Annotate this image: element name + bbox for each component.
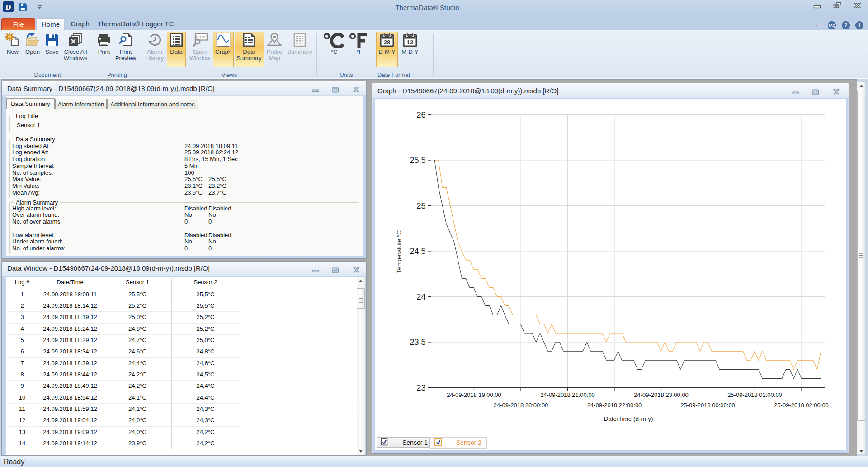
svg-text:FAQ: FAQ: [829, 24, 835, 28]
svg-text:25-09-2018 02:00:00: 25-09-2018 02:00:00: [774, 402, 829, 409]
svg-text:24-09-2018 23:00:00: 24-09-2018 23:00:00: [634, 391, 689, 398]
svg-text:23,5: 23,5: [410, 338, 425, 347]
svg-text:0.1°C: 0.1°C: [196, 35, 207, 39]
svg-text:28: 28: [384, 39, 390, 46]
svg-text:25,5: 25,5: [410, 156, 425, 165]
svg-text:25-09-2018 00:00:00: 25-09-2018 00:00:00: [680, 402, 735, 409]
svg-text:24-09-2018 21:00:00: 24-09-2018 21:00:00: [540, 391, 595, 398]
svg-text:24,5: 24,5: [410, 247, 425, 256]
svg-text:24-09-2018 22:00:00: 24-09-2018 22:00:00: [587, 402, 642, 409]
svg-text:?: ?: [844, 22, 847, 29]
svg-text:24-09-2018 20:00:00: 24-09-2018 20:00:00: [494, 402, 548, 409]
svg-text:23: 23: [416, 383, 425, 392]
svg-text:26: 26: [416, 110, 425, 119]
svg-text:24-09-2018 19:00:00: 24-09-2018 19:00:00: [447, 391, 501, 398]
svg-text:25-09-2018 01:00:00: 25-09-2018 01:00:00: [727, 391, 782, 398]
svg-text:Temperature °C: Temperature °C: [396, 230, 402, 273]
svg-text:12: 12: [407, 39, 413, 46]
svg-text:Date/Time (d-m-y): Date/Time (d-m-y): [604, 415, 653, 422]
svg-text:i: i: [859, 22, 860, 29]
svg-text:24: 24: [416, 292, 425, 301]
svg-text:25: 25: [416, 201, 425, 210]
